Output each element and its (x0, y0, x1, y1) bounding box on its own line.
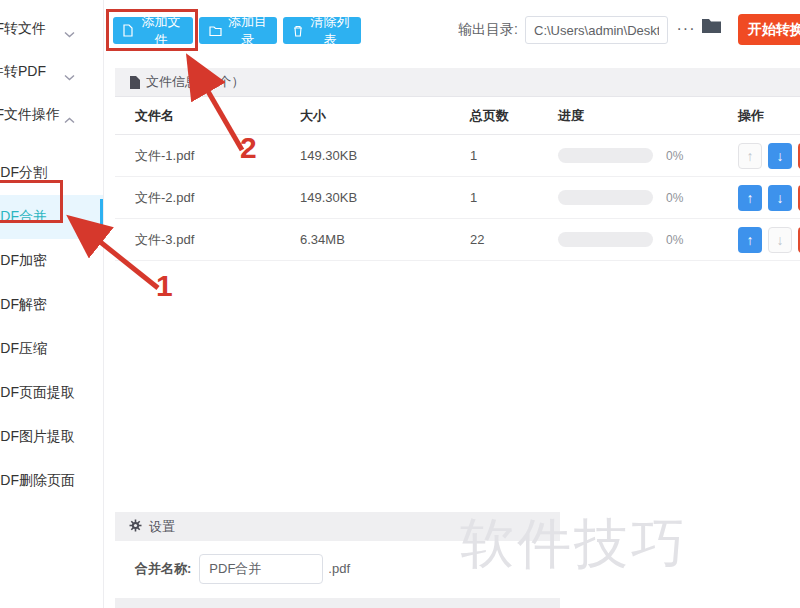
move-down-button[interactable]: ↓ (768, 143, 792, 169)
col-filename: 文件名 (135, 107, 300, 125)
sidebar-group-label: PDF转文件 (0, 20, 46, 38)
file-size: 149.30KB (300, 190, 470, 205)
move-down-button[interactable]: ↓ (768, 185, 792, 211)
chevron-icon (64, 111, 75, 127)
sidebar-item-label: PDF加密 (0, 252, 47, 270)
merge-name-label: 合并名称: (135, 560, 191, 578)
progress-percent: 0% (666, 233, 683, 247)
sidebar-item[interactable]: PDF图片提取 (0, 415, 103, 459)
start-convert-button[interactable]: 开始转换 (738, 14, 800, 45)
sidebar-item[interactable]: PDF页面提取 (0, 371, 103, 415)
document-icon (129, 76, 140, 89)
merge-name-input[interactable] (199, 554, 323, 584)
next-section-strip (115, 598, 560, 608)
move-up-button[interactable]: ↑ (738, 185, 762, 211)
row-actions: ↑ ↓ 删除 (738, 185, 800, 211)
progress-percent: 0% (666, 191, 683, 205)
col-progress: 进度 (558, 107, 738, 125)
sidebar-group[interactable]: PDF转文件 (0, 7, 103, 50)
file-table-body: 文件-1.pdf 149.30KB 1 0% ↑ ↓ 删除 文件-2.pdf 1… (115, 135, 800, 261)
file-pages: 1 (470, 190, 558, 205)
trash-icon (293, 25, 303, 37)
sidebar-item[interactable]: PDF删除页面 (0, 459, 103, 503)
progress-percent: 0% (666, 149, 683, 163)
col-pages: 总页数 (470, 107, 558, 125)
sidebar-item-label: PDF合并 (0, 208, 47, 226)
progress-cell: 0% (558, 148, 738, 163)
add-file-button[interactable]: 添加文件 (113, 17, 193, 44)
sidebar-item-label: PDF图片提取 (0, 428, 75, 446)
move-up-button[interactable]: ↑ (738, 143, 762, 169)
row-actions: ↑ ↓ 删除 (738, 143, 800, 169)
row-actions: ↑ ↓ 删除 (738, 227, 800, 253)
sidebar-item-label: PDF页面提取 (0, 384, 75, 402)
sidebar-group-label: 文件转PDF (0, 63, 46, 81)
pdf-tool-window: PDF转文件 文件转PDF PDF文件操作 PDF分割 PDF合并 (0, 0, 800, 608)
chevron-icon (64, 68, 75, 84)
progress-bar (558, 232, 653, 247)
progress-bar (558, 148, 653, 163)
settings-title: 设置 (149, 518, 175, 536)
table-header: 文件名 大小 总页数 进度 操作 (115, 97, 800, 135)
file-icon (123, 24, 133, 37)
watermark-text: 软件技巧 (460, 508, 688, 581)
open-folder-button[interactable] (701, 18, 722, 37)
move-up-button[interactable]: ↑ (738, 227, 762, 253)
gear-icon (129, 519, 142, 535)
pdf-extension-label: .pdf (328, 561, 350, 576)
output-dir-label: 输出目录: (458, 21, 518, 39)
sidebar: PDF转文件 文件转PDF PDF文件操作 PDF分割 PDF合并 (0, 0, 104, 608)
col-size: 大小 (300, 107, 470, 125)
toolbar: 添加文件 添加目录 清除列表 输出目录: ··· 开始转换 (105, 0, 800, 60)
file-info-title: 文件信息（3个） (146, 73, 244, 91)
sidebar-group[interactable]: 文件转PDF (0, 50, 103, 93)
file-name: 文件-2.pdf (135, 189, 300, 207)
output-dir-input[interactable] (525, 16, 668, 44)
sidebar-group-label: PDF文件操作 (0, 106, 60, 124)
sidebar-item[interactable]: PDF解密 (0, 283, 103, 327)
open-folder-icon (701, 18, 722, 34)
main-area: 添加文件 添加目录 清除列表 输出目录: ··· 开始转换 文件信息（3个） (105, 0, 800, 608)
file-name: 文件-1.pdf (135, 147, 300, 165)
folder-icon (209, 25, 222, 36)
file-pages: 1 (470, 148, 558, 163)
file-size: 149.30KB (300, 148, 470, 163)
sidebar-group[interactable]: PDF文件操作 (0, 93, 103, 136)
table-row: 文件-1.pdf 149.30KB 1 0% ↑ ↓ 删除 (115, 135, 800, 177)
table-row: 文件-3.pdf 6.34MB 22 0% ↑ ↓ 删除 (115, 219, 800, 261)
file-info-header: 文件信息（3个） (115, 68, 800, 97)
browse-more-button[interactable]: ··· (673, 14, 699, 44)
col-actions: 操作 (738, 107, 800, 125)
table-row: 文件-2.pdf 149.30KB 1 0% ↑ ↓ 删除 (115, 177, 800, 219)
sidebar-item-label: PDF解密 (0, 296, 47, 314)
sidebar-item-label: PDF分割 (0, 164, 47, 182)
add-file-label: 添加文件 (139, 13, 183, 49)
chevron-icon (64, 25, 75, 41)
clear-list-button[interactable]: 清除列表 (283, 17, 361, 44)
progress-bar (558, 190, 653, 205)
add-directory-label: 添加目录 (228, 13, 267, 49)
file-size: 6.34MB (300, 232, 470, 247)
sidebar-item-label: PDF压缩 (0, 340, 47, 358)
clear-list-label: 清除列表 (309, 13, 351, 49)
file-name: 文件-3.pdf (135, 231, 300, 249)
sidebar-item-label: PDF删除页面 (0, 472, 75, 490)
sidebar-item[interactable]: PDF合并 (0, 195, 103, 239)
sidebar-item[interactable]: PDF分割 (0, 151, 103, 195)
progress-cell: 0% (558, 232, 738, 247)
file-pages: 22 (470, 232, 558, 247)
add-directory-button[interactable]: 添加目录 (199, 17, 277, 44)
progress-cell: 0% (558, 190, 738, 205)
sidebar-item[interactable]: PDF压缩 (0, 327, 103, 371)
sidebar-item[interactable]: PDF加密 (0, 239, 103, 283)
move-down-button[interactable]: ↓ (768, 227, 792, 253)
